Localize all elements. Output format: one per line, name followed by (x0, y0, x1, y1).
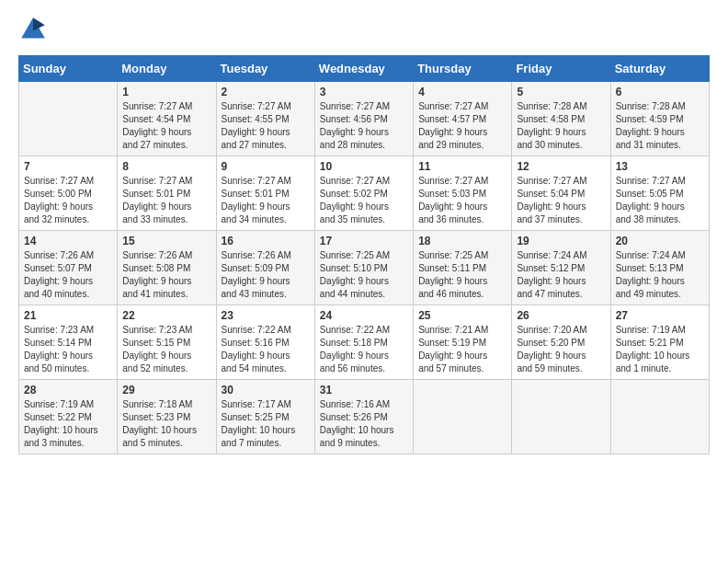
calendar-cell: 23Sunrise: 7:22 AM Sunset: 5:16 PM Dayli… (216, 305, 314, 380)
calendar-week-row: 1Sunrise: 7:27 AM Sunset: 4:54 PM Daylig… (19, 82, 710, 156)
day-number: 9 (222, 160, 310, 173)
day-number: 27 (616, 309, 704, 322)
day-number: 15 (122, 235, 210, 247)
day-info: Sunrise: 7:26 AM Sunset: 5:07 PM Dayligh… (24, 249, 112, 301)
day-info: Sunrise: 7:21 AM Sunset: 5:19 PM Dayligh… (418, 324, 506, 375)
calendar-cell: 5Sunrise: 7:28 AM Sunset: 4:58 PM Daylig… (512, 82, 610, 156)
calendar-cell: 15Sunrise: 7:26 AM Sunset: 5:08 PM Dayli… (118, 231, 216, 305)
day-number: 11 (418, 160, 506, 173)
day-info: Sunrise: 7:27 AM Sunset: 4:54 PM Dayligh… (122, 100, 210, 152)
calendar-cell: 2Sunrise: 7:27 AM Sunset: 4:55 PM Daylig… (216, 82, 314, 156)
day-info: Sunrise: 7:20 AM Sunset: 5:20 PM Dayligh… (517, 324, 605, 375)
calendar-cell: 10Sunrise: 7:27 AM Sunset: 5:02 PM Dayli… (314, 156, 413, 231)
header (18, 15, 710, 44)
calendar-week-row: 21Sunrise: 7:23 AM Sunset: 5:14 PM Dayli… (19, 305, 710, 380)
day-info: Sunrise: 7:25 AM Sunset: 5:10 PM Dayligh… (320, 249, 408, 301)
day-number: 21 (24, 309, 112, 322)
day-info: Sunrise: 7:27 AM Sunset: 5:03 PM Dayligh… (418, 175, 506, 226)
calendar-cell: 20Sunrise: 7:24 AM Sunset: 5:13 PM Dayli… (610, 231, 709, 305)
weekday-header: Thursday (414, 56, 512, 82)
calendar-cell: 21Sunrise: 7:23 AM Sunset: 5:14 PM Dayli… (19, 305, 118, 380)
day-number: 24 (320, 309, 408, 322)
day-number: 19 (517, 235, 605, 247)
day-number: 16 (222, 235, 310, 247)
day-info: Sunrise: 7:28 AM Sunset: 4:59 PM Dayligh… (616, 100, 704, 152)
day-info: Sunrise: 7:27 AM Sunset: 4:57 PM Dayligh… (418, 100, 506, 152)
day-number: 26 (517, 309, 605, 322)
day-info: Sunrise: 7:22 AM Sunset: 5:16 PM Dayligh… (222, 324, 310, 375)
day-info: Sunrise: 7:16 AM Sunset: 5:26 PM Dayligh… (320, 398, 408, 450)
day-number: 29 (122, 384, 210, 396)
calendar-cell: 11Sunrise: 7:27 AM Sunset: 5:03 PM Dayli… (414, 156, 512, 231)
day-number: 22 (122, 309, 210, 322)
day-number: 13 (616, 160, 704, 173)
day-info: Sunrise: 7:27 AM Sunset: 5:05 PM Dayligh… (616, 175, 704, 226)
day-number: 25 (418, 309, 506, 322)
day-info: Sunrise: 7:27 AM Sunset: 5:04 PM Dayligh… (517, 175, 605, 226)
day-number: 18 (418, 235, 506, 247)
logo (18, 15, 51, 44)
day-number: 14 (24, 235, 112, 247)
calendar-cell: 12Sunrise: 7:27 AM Sunset: 5:04 PM Dayli… (512, 156, 610, 231)
weekday-header: Wednesday (314, 56, 413, 82)
calendar-cell (512, 380, 610, 454)
day-number: 6 (616, 86, 704, 98)
day-info: Sunrise: 7:27 AM Sunset: 4:56 PM Dayligh… (320, 100, 408, 152)
day-number: 12 (517, 160, 605, 173)
day-number: 28 (24, 384, 112, 396)
calendar-cell: 30Sunrise: 7:17 AM Sunset: 5:25 PM Dayli… (216, 380, 314, 454)
day-info: Sunrise: 7:27 AM Sunset: 5:01 PM Dayligh… (122, 175, 210, 226)
page-container: SundayMondayTuesdayWednesdayThursdayFrid… (0, 0, 728, 464)
calendar-cell: 18Sunrise: 7:25 AM Sunset: 5:11 PM Dayli… (414, 231, 512, 305)
day-info: Sunrise: 7:19 AM Sunset: 5:21 PM Dayligh… (616, 324, 704, 375)
calendar-week-row: 28Sunrise: 7:19 AM Sunset: 5:22 PM Dayli… (19, 380, 710, 454)
calendar-cell: 1Sunrise: 7:27 AM Sunset: 4:54 PM Daylig… (118, 82, 216, 156)
day-number: 30 (222, 384, 310, 396)
calendar-week-row: 7Sunrise: 7:27 AM Sunset: 5:00 PM Daylig… (19, 156, 710, 231)
day-number: 10 (320, 160, 408, 173)
calendar-table: SundayMondayTuesdayWednesdayThursdayFrid… (18, 55, 710, 454)
day-number: 20 (616, 235, 704, 247)
day-info: Sunrise: 7:23 AM Sunset: 5:15 PM Dayligh… (122, 324, 210, 375)
day-number: 1 (122, 86, 210, 98)
day-number: 8 (122, 160, 210, 173)
calendar-cell: 17Sunrise: 7:25 AM Sunset: 5:10 PM Dayli… (314, 231, 413, 305)
logo-icon (18, 15, 48, 44)
calendar-cell: 8Sunrise: 7:27 AM Sunset: 5:01 PM Daylig… (118, 156, 216, 231)
calendar-cell: 26Sunrise: 7:20 AM Sunset: 5:20 PM Dayli… (512, 305, 610, 380)
day-info: Sunrise: 7:27 AM Sunset: 5:02 PM Dayligh… (320, 175, 408, 226)
day-info: Sunrise: 7:17 AM Sunset: 5:25 PM Dayligh… (222, 398, 310, 450)
calendar-cell: 25Sunrise: 7:21 AM Sunset: 5:19 PM Dayli… (414, 305, 512, 380)
calendar-cell: 27Sunrise: 7:19 AM Sunset: 5:21 PM Dayli… (610, 305, 709, 380)
day-number: 31 (320, 384, 408, 396)
day-info: Sunrise: 7:27 AM Sunset: 4:55 PM Dayligh… (222, 100, 310, 152)
calendar-cell: 24Sunrise: 7:22 AM Sunset: 5:18 PM Dayli… (314, 305, 413, 380)
day-info: Sunrise: 7:23 AM Sunset: 5:14 PM Dayligh… (24, 324, 112, 375)
calendar-cell (610, 380, 709, 454)
weekday-header: Monday (118, 56, 216, 82)
header-row: SundayMondayTuesdayWednesdayThursdayFrid… (19, 56, 710, 82)
weekday-header: Tuesday (216, 56, 314, 82)
day-number: 7 (24, 160, 112, 173)
calendar-cell: 9Sunrise: 7:27 AM Sunset: 5:01 PM Daylig… (216, 156, 314, 231)
calendar-cell: 13Sunrise: 7:27 AM Sunset: 5:05 PM Dayli… (610, 156, 709, 231)
day-number: 23 (222, 309, 310, 322)
day-number: 3 (320, 86, 408, 98)
day-info: Sunrise: 7:22 AM Sunset: 5:18 PM Dayligh… (320, 324, 408, 375)
calendar-cell: 14Sunrise: 7:26 AM Sunset: 5:07 PM Dayli… (19, 231, 118, 305)
day-info: Sunrise: 7:27 AM Sunset: 5:00 PM Dayligh… (24, 175, 112, 226)
calendar-cell: 29Sunrise: 7:18 AM Sunset: 5:23 PM Dayli… (118, 380, 216, 454)
calendar-cell (19, 82, 118, 156)
weekday-header: Saturday (610, 56, 709, 82)
calendar-cell: 22Sunrise: 7:23 AM Sunset: 5:15 PM Dayli… (118, 305, 216, 380)
day-info: Sunrise: 7:24 AM Sunset: 5:13 PM Dayligh… (616, 249, 704, 301)
calendar-cell: 6Sunrise: 7:28 AM Sunset: 4:59 PM Daylig… (610, 82, 709, 156)
calendar-cell: 7Sunrise: 7:27 AM Sunset: 5:00 PM Daylig… (19, 156, 118, 231)
calendar-cell: 16Sunrise: 7:26 AM Sunset: 5:09 PM Dayli… (216, 231, 314, 305)
day-info: Sunrise: 7:18 AM Sunset: 5:23 PM Dayligh… (122, 398, 210, 450)
day-number: 2 (222, 86, 310, 98)
weekday-header: Sunday (19, 56, 118, 82)
day-number: 5 (517, 86, 605, 98)
weekday-header: Friday (512, 56, 610, 82)
day-info: Sunrise: 7:28 AM Sunset: 4:58 PM Dayligh… (517, 100, 605, 152)
